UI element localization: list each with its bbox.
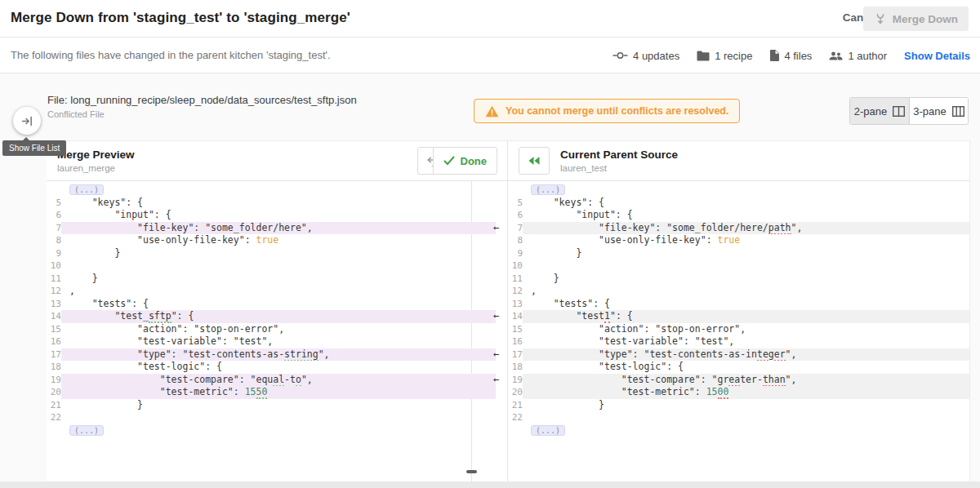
line-number: 9 [47, 247, 61, 260]
code-text [61, 411, 472, 424]
code-segment: "tests": { [69, 298, 149, 309]
merge-down-button[interactable]: Merge Down [863, 7, 969, 31]
take-change-arrow-button[interactable]: ← [493, 348, 499, 362]
code-text: } [523, 399, 969, 412]
code-line: 17 "type": "test-contents-as-string",← [47, 348, 507, 362]
merge-action-gutter [472, 209, 507, 222]
code-segment: ", [791, 222, 803, 233]
code-line: 18 "test-logic": { [508, 361, 969, 374]
code-text: "file-key": "some_folder/here", [61, 222, 472, 235]
three-pane-label: 3-pane [913, 105, 946, 118]
code-text: } [523, 273, 969, 286]
code-segment: } [531, 273, 559, 284]
code-segment: "test-compare": "gr [531, 374, 728, 385]
line-number: 13 [47, 298, 61, 311]
stat-updates-label: 4 updates [633, 50, 679, 62]
horizontal-scrollbar-thumb[interactable] [466, 470, 477, 473]
fold-toggle-chip[interactable]: (...) [69, 425, 104, 436]
code-text: } [61, 399, 472, 412]
line-number: 21 [47, 399, 61, 412]
code-segment: } [531, 247, 581, 259]
file-path-label: File: long_running_recipe/sleep_node/dat… [47, 94, 357, 106]
stat-authors-label: 1 author [848, 50, 887, 62]
show-file-list-button[interactable] [13, 107, 41, 135]
line-number: 7 [508, 222, 523, 235]
code-line: 11 } [508, 273, 969, 286]
code-segment: } [69, 399, 143, 410]
code-segment: 50 [256, 386, 268, 399]
code-segment: true [256, 234, 278, 246]
three-pane-button[interactable]: 3-pane [909, 98, 968, 124]
line-number: 12 [47, 285, 61, 298]
code-text: "test-logic": { [523, 361, 969, 374]
take-change-arrow-button[interactable]: ← [493, 222, 499, 235]
two-pane-button[interactable]: 2-pane [850, 98, 909, 124]
change-description: The following files have changed in the … [11, 49, 331, 61]
take-change-arrow-button[interactable]: ← [493, 310, 499, 323]
three-pane-icon [952, 106, 964, 117]
code-text: (...) [61, 424, 472, 437]
merge-action-gutter [472, 399, 507, 412]
fold-toggle-chip[interactable]: (...) [69, 184, 104, 195]
stat-recipes-label: 1 recipe [715, 50, 752, 62]
code-line: 21 } [47, 399, 507, 412]
parent-source-code-view[interactable]: (...)5 "keys": {6 "input": {7 "file-key"… [508, 181, 969, 481]
code-text: "test1": { [523, 310, 969, 323]
code-text: "test-variable": "test", [61, 335, 472, 348]
stat-files-label: 4 files [784, 50, 812, 62]
code-text: "use-only-file-key": true [523, 234, 969, 247]
code-segment: "keys": { [531, 197, 604, 208]
show-details-link[interactable]: Show Details [904, 50, 970, 62]
merge-action-gutter [472, 386, 507, 399]
fold-row: (...) [508, 424, 969, 437]
warning-icon [485, 105, 499, 118]
code-text: "tests": { [523, 298, 969, 311]
fold-row: (...) [508, 184, 969, 197]
take-all-left-button[interactable] [519, 147, 550, 175]
done-label: Done [461, 155, 488, 167]
line-number [47, 424, 61, 437]
merge-down-icon [874, 12, 887, 25]
fold-toggle-chip[interactable]: (...) [531, 425, 565, 436]
code-text: "test-compare": "equal-to", [61, 374, 472, 387]
code-line: 15 "action": "stop-on-error", [508, 323, 969, 336]
code-segment: "action": "stop-on-error", [531, 323, 746, 335]
code-segment: "file-key": "some_folder/here", [69, 222, 313, 233]
line-number: 6 [47, 209, 61, 222]
code-segment: "type": "test-contents-as-in [531, 348, 757, 360]
line-number: 10 [508, 260, 523, 273]
code-line: 8 "use-only-file-key": true [47, 234, 507, 247]
line-number: 9 [508, 247, 523, 260]
line-number: 10 [47, 260, 61, 273]
code-segment: 15 [245, 386, 256, 397]
code-segment: 15 [706, 386, 718, 397]
code-text [523, 411, 969, 424]
fold-toggle-chip[interactable]: (...) [531, 184, 565, 195]
code-segment: string [284, 348, 318, 362]
code-segment: path [768, 222, 791, 235]
code-line: 20 "test-metric": 1550 [47, 386, 507, 399]
take-change-arrow-button[interactable]: ← [493, 374, 499, 387]
line-number: 7 [47, 222, 61, 235]
code-segment: , [531, 285, 537, 296]
page-title: Merge Down from 'staging_test' to 'stagi… [11, 10, 350, 26]
code-segment: er [774, 348, 786, 362]
line-number: 17 [508, 348, 523, 362]
merge-preview-code-editor[interactable]: (...)5 "keys": {6 "input": {7 "file-key"… [47, 181, 507, 481]
merge-action-gutter [472, 273, 507, 286]
two-pane-icon [893, 106, 905, 117]
authors-icon [829, 51, 843, 60]
file-status-label: Conflicted File [47, 109, 105, 119]
done-button[interactable]: Done [433, 147, 498, 175]
code-segment: 00 [718, 386, 729, 399]
line-number: 20 [508, 386, 523, 399]
code-text: } [61, 247, 472, 260]
code-line: 22 [47, 411, 507, 424]
code-line: 18 "test-logic": { [47, 361, 507, 374]
merge-action-gutter [472, 184, 507, 197]
code-line: 7 "file-key": "some_folder/here/path", [508, 222, 969, 235]
code-segment: "action": "stop-on-error", [69, 323, 284, 335]
code-segment: o [296, 374, 301, 387]
code-segment: "type": "test-contents-as- [69, 348, 284, 360]
code-text: "action": "stop-on-error", [61, 323, 472, 336]
